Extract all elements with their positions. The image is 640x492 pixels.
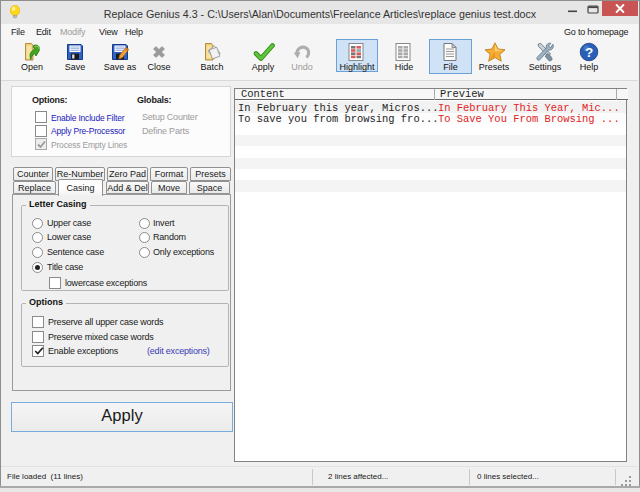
svg-text:?: ? — [585, 45, 593, 60]
